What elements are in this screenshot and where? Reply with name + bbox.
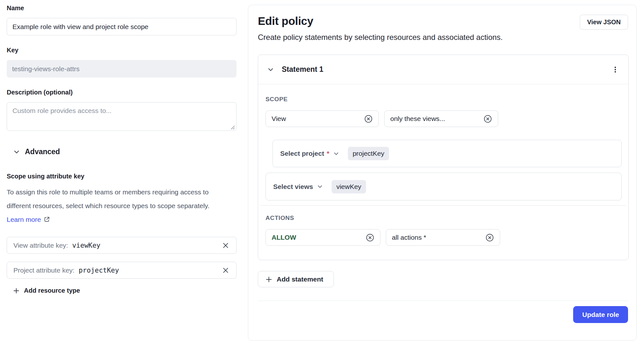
add-statement-label: Add statement: [277, 275, 323, 283]
select-views-label: Select views: [273, 183, 313, 191]
remove-actions-button[interactable]: [485, 233, 494, 242]
add-resource-type-label: Add resource type: [24, 287, 80, 294]
effect-chip[interactable]: ALLOW: [266, 229, 380, 246]
scope-actions-divider: [261, 205, 626, 206]
actions-chip[interactable]: all actions *: [386, 229, 500, 246]
remove-effect-button[interactable]: [366, 233, 374, 242]
project-attribute-value: projectKey: [79, 267, 119, 274]
statement-body: SCOPE View only these views...: [258, 84, 628, 260]
key-input: [7, 60, 236, 78]
policy-footer: Update role: [258, 301, 628, 330]
chevron-down-icon: [317, 184, 323, 190]
project-attribute-label: Project attribute key:: [13, 267, 74, 274]
view-attribute-value: viewKey: [72, 242, 101, 249]
plus-icon: [265, 276, 272, 283]
actions-section-label: ACTIONS: [266, 214, 621, 222]
close-circle-icon: [366, 233, 374, 242]
view-key-pill[interactable]: viewKey: [332, 180, 366, 193]
advanced-toggle[interactable]: Advanced: [13, 147, 236, 156]
name-input[interactable]: [7, 18, 236, 35]
select-project-box[interactable]: Select project * projectKey: [273, 140, 622, 167]
scope-attribute-description: To assign this role to multiple teams or…: [7, 185, 211, 226]
remove-view-attribute-button[interactable]: [221, 241, 230, 250]
name-label: Name: [7, 4, 236, 12]
select-views-box[interactable]: Select views viewKey: [266, 173, 622, 200]
external-link-icon: [43, 216, 50, 223]
actions-chip-label: all actions *: [392, 234, 426, 241]
required-asterisk: *: [327, 150, 329, 157]
role-editor-page: Name Key Description (optional) Advanced…: [0, 0, 644, 346]
close-circle-icon: [364, 115, 373, 123]
view-json-button[interactable]: View JSON: [580, 15, 628, 30]
advanced-label: Advanced: [25, 147, 60, 156]
chevron-down-icon: [13, 148, 20, 155]
description-textarea[interactable]: [7, 102, 236, 131]
remove-resource-type-button[interactable]: [364, 115, 373, 123]
remove-project-attribute-button[interactable]: [221, 266, 230, 275]
close-circle-icon: [485, 233, 494, 242]
collapse-statement-button[interactable]: [267, 66, 274, 73]
plus-icon: [13, 287, 20, 294]
policy-subtitle: Create policy statements by selecting re…: [258, 33, 503, 42]
key-label: Key: [7, 47, 236, 54]
add-resource-type-button[interactable]: Add resource type: [13, 287, 80, 294]
remove-resource-scope-button[interactable]: [483, 115, 492, 123]
resource-scope-chip-label: only these views...: [390, 115, 445, 123]
effect-chip-label: ALLOW: [272, 234, 296, 241]
resize-handle-icon[interactable]: [230, 125, 235, 130]
scope-attribute-text: To assign this role to multiple teams or…: [7, 188, 209, 209]
chevron-down-icon: [267, 66, 274, 73]
close-circle-icon: [483, 115, 492, 123]
policy-header: Edit policy Create policy statements by …: [258, 15, 628, 42]
chevron-down-icon: [333, 151, 339, 157]
policy-title: Edit policy: [258, 15, 503, 27]
scope-attribute-heading: Scope using attribute key: [7, 173, 236, 180]
scope-chip-row: View only these views...: [266, 110, 621, 127]
resource-type-chip[interactable]: View: [266, 110, 379, 127]
view-attribute-label: View attribute key:: [13, 242, 68, 249]
add-statement-button[interactable]: Add statement: [258, 271, 334, 287]
view-attribute-field[interactable]: View attribute key: viewKey: [7, 237, 236, 254]
statement-title: Statement 1: [282, 65, 323, 74]
action-chip-row: ALLOW all actions *: [266, 229, 621, 246]
statement-card: Statement 1 SCOPE View only these: [258, 55, 629, 260]
description-wrapper: [7, 102, 236, 132]
statement-menu-button[interactable]: [611, 65, 619, 74]
kebab-menu-icon: [611, 65, 619, 74]
scope-section-label: SCOPE: [266, 96, 621, 103]
project-attribute-field[interactable]: Project attribute key: projectKey: [7, 262, 236, 279]
resource-scope-chip[interactable]: only these views...: [384, 110, 498, 127]
select-project-label: Select project: [280, 150, 324, 157]
close-icon: [222, 267, 229, 274]
description-label: Description (optional): [7, 89, 236, 96]
edit-policy-panel: Edit policy Create policy statements by …: [248, 5, 637, 341]
project-key-pill[interactable]: projectKey: [348, 147, 389, 160]
resource-type-chip-label: View: [272, 115, 286, 123]
learn-more-link[interactable]: Learn more: [7, 216, 41, 223]
update-role-button[interactable]: Update role: [573, 306, 628, 323]
policy-header-text: Edit policy Create policy statements by …: [258, 15, 503, 42]
close-icon: [222, 242, 229, 249]
role-details-panel: Name Key Description (optional) Advanced…: [7, 4, 236, 294]
statement-header[interactable]: Statement 1: [258, 55, 628, 84]
